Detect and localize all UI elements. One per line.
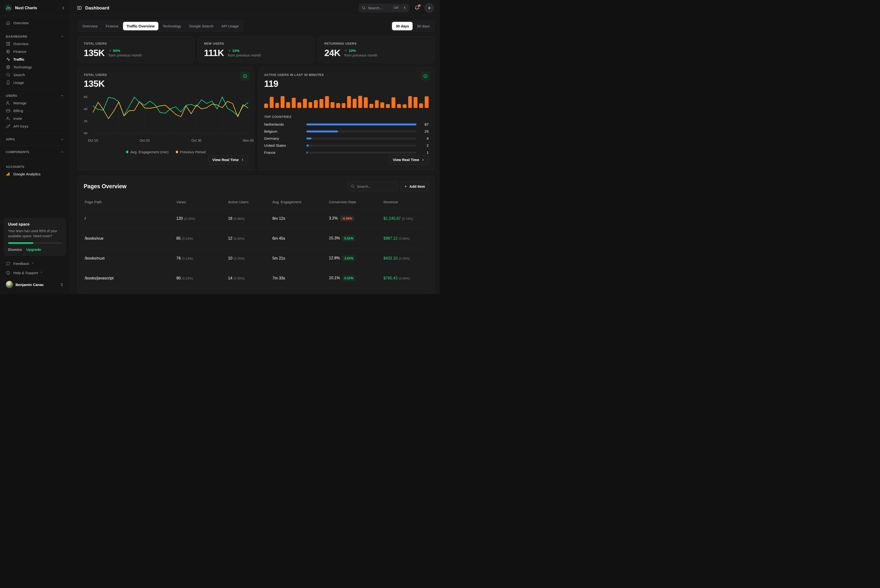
view-real-time-button[interactable]: View Real Time <box>208 155 248 165</box>
tab-api-usage[interactable]: API Usage <box>218 22 243 30</box>
column-header-avg-engagement: Avg. Engagement <box>272 200 329 204</box>
range-toggle: 30 days90 days <box>391 21 435 32</box>
realtime-bar <box>386 104 390 108</box>
credit-card-icon <box>6 108 10 113</box>
user-check-icon <box>6 100 10 105</box>
notifications-button[interactable] <box>414 4 421 12</box>
user-menu[interactable]: Benjamin Canac <box>3 279 66 290</box>
tab-traffic-overview[interactable]: Traffic Overview <box>123 22 158 30</box>
view-real-time-button[interactable]: View Real Time <box>389 155 429 165</box>
dismiss-button[interactable]: Dismiss <box>8 248 22 252</box>
realtime-bar <box>358 96 362 108</box>
stat-value: 24K <box>324 49 340 57</box>
legend-item-previous-period: Previous Period <box>176 150 206 154</box>
section-apps[interactable]: APPS <box>3 136 66 142</box>
column-header-page-path: Page Path <box>85 200 176 204</box>
y-tick: 6K <box>84 95 88 99</box>
cell-revenue: $1,245.67(0.74%) <box>384 216 428 221</box>
workspace-switcher[interactable]: Nuxt Charts <box>0 0 70 16</box>
tab-finance[interactable]: Finance <box>102 22 122 30</box>
realtime-bar <box>369 104 373 108</box>
realtime-bar <box>408 96 412 108</box>
tab-technology[interactable]: Technology <box>159 22 185 30</box>
stat-label: RETURNING USERS <box>324 42 429 45</box>
collapse-sidebar-icon[interactable] <box>77 5 82 10</box>
range-90-days[interactable]: 90 days <box>413 22 433 30</box>
sidebar-item-overview[interactable]: Overview <box>3 19 66 27</box>
table-search-input[interactable] <box>357 184 394 189</box>
section-dashboard[interactable]: DASHBOARD <box>3 33 66 40</box>
search-icon <box>351 184 355 188</box>
user-name: Benjamin Canac <box>15 283 57 287</box>
user-plus-icon <box>6 116 10 121</box>
table-search[interactable] <box>348 182 397 191</box>
tab-overview[interactable]: Overview <box>79 22 101 30</box>
upgrade-button[interactable]: Upgrade <box>27 248 41 252</box>
cell-views: 90(0.15%) <box>176 276 228 280</box>
sidebar-item-label: Search <box>13 73 25 77</box>
x-axis-labels: Oct 10Oct 20Oct 30Nov 09 <box>93 138 248 143</box>
card-value: 135K <box>84 79 248 89</box>
activity-icon <box>6 57 10 62</box>
conversion-change-badge: 3.01% <box>342 255 355 261</box>
realtime-bar <box>309 102 312 108</box>
key-icon <box>6 124 10 129</box>
sidebar-item-usage[interactable]: Usage <box>3 79 66 86</box>
app-root: Nuxt Charts Overview DASHBOARDOverviewFi… <box>0 0 440 294</box>
cell-avg-engagement: 5m 21s <box>272 256 329 261</box>
country-value: 4 <box>420 136 429 141</box>
stat-change: 50% <box>108 48 142 52</box>
cell-revenue: $765.43(0.45%) <box>384 276 428 280</box>
search-icon <box>6 72 10 77</box>
country-name: Netherlands <box>264 122 303 126</box>
section-users[interactable]: USERS <box>3 92 66 99</box>
country-bar <box>306 145 417 147</box>
sidebar-item-manage[interactable]: Manage <box>3 99 66 107</box>
stat-change: 10% <box>228 48 261 52</box>
sidebar-item-finance[interactable]: Finance <box>3 48 66 55</box>
country-bar <box>306 123 417 125</box>
chevron-up-icon <box>60 150 64 154</box>
sidebar-link-help-support[interactable]: Help & Support <box>3 269 66 276</box>
realtime-bar <box>419 104 423 108</box>
sidebar-item-technology[interactable]: Technology <box>3 63 66 71</box>
range-30-days[interactable]: 30 days <box>392 22 412 30</box>
used-space-description: Your team has used 80% of your available… <box>8 228 62 238</box>
card-value: 119 <box>264 79 429 89</box>
add-item-button[interactable]: Add Item <box>400 182 429 191</box>
table-row: /books/nuxt76(0.13%)10(0.25%)5m 21s12.8%… <box>84 248 429 268</box>
realtime-status-icon <box>240 72 250 81</box>
stat-caption: from previous month <box>344 53 378 57</box>
sidebar-item-api-keys[interactable]: API Keys <box>3 122 66 130</box>
tab-google-search[interactable]: Google Search <box>186 22 217 30</box>
google-analytics-icon <box>6 172 10 176</box>
kbd-ctrl: Ctrl <box>392 5 400 10</box>
realtime-bar <box>297 102 301 108</box>
section-components[interactable]: COMPONENTS <box>3 149 66 155</box>
chevrons-up-down-icon <box>61 6 66 10</box>
sidebar-item-overview[interactable]: Overview <box>3 40 66 48</box>
cell-revenue: $987.12(0.58%) <box>384 236 428 241</box>
country-bar <box>306 130 417 132</box>
avatar <box>6 281 13 288</box>
new-item-button[interactable] <box>424 3 434 13</box>
smartphone-icon <box>6 80 10 85</box>
country-name: Belgium <box>264 129 303 134</box>
divider <box>4 30 66 30</box>
account-item-google-analytics[interactable]: Google Analytics <box>3 170 66 178</box>
country-bar <box>306 138 417 140</box>
y-axis-labels: 6K4K2K0K <box>84 95 91 136</box>
realtime-bar <box>414 97 417 108</box>
sidebar-item-traffic[interactable]: Traffic <box>3 55 66 63</box>
sidebar-item-billing[interactable]: Billing <box>3 107 66 114</box>
cell-active-users: 12(0.30%) <box>228 236 272 241</box>
sidebar-link-feedback[interactable]: Feedback <box>3 260 66 267</box>
table-row: /books/vue85(0.14%)12(0.30%)6m 45s15.3%5… <box>84 228 429 248</box>
column-header-revenue: Revenue <box>384 200 428 204</box>
sidebar-item-invite[interactable]: Invite <box>3 114 66 122</box>
search-input[interactable] <box>368 6 390 10</box>
info-icon <box>6 270 10 275</box>
global-search[interactable]: Ctrl K <box>359 3 410 13</box>
sidebar-item-label: Traffic <box>13 57 24 62</box>
sidebar-item-search[interactable]: Search <box>3 71 66 79</box>
